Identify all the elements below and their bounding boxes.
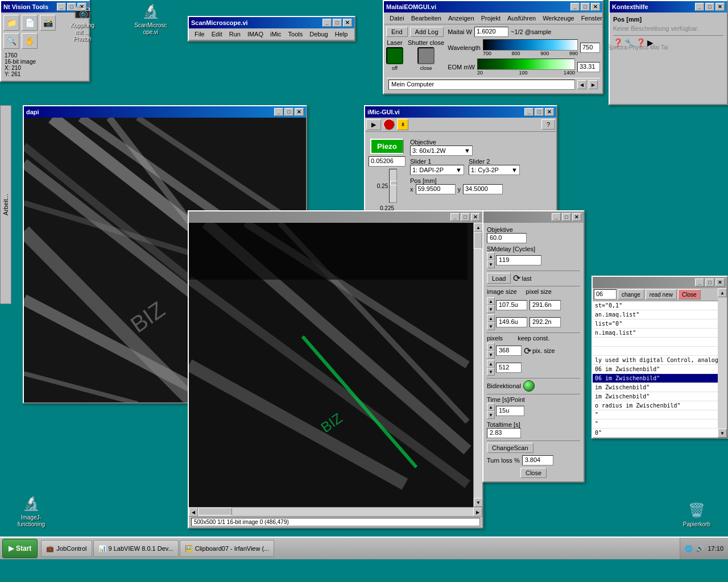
maitai-menu-datei[interactable]: Datei xyxy=(386,14,408,23)
slider1-dropdown[interactable]: 1: DAPI-2P ▼ xyxy=(410,165,464,175)
icon-scanmicro[interactable]: 🔬 ScanMicroscope.vi xyxy=(131,0,171,39)
maitai-menu-bearbeiten[interactable]: Bearbeiten xyxy=(408,14,445,23)
x-input[interactable]: 59.9500 xyxy=(416,184,456,194)
tool-icon-doc[interactable]: 📄 xyxy=(22,15,38,31)
px-w-input[interactable]: 291.6n xyxy=(530,300,561,310)
px2-down[interactable]: ▼ xyxy=(487,368,495,376)
img-h-up[interactable]: ▲ xyxy=(487,314,495,322)
log-scroll-down[interactable]: ▼ xyxy=(718,429,727,438)
log-item-0[interactable]: st="0,1" xyxy=(593,301,727,310)
scroll-right[interactable]: ▶ xyxy=(589,80,598,89)
end-button[interactable]: End xyxy=(386,27,408,37)
imic-maximize[interactable]: □ xyxy=(535,108,544,116)
log-item-8[interactable]: 06 im Zwischenbild" xyxy=(593,374,727,383)
smdelay-input[interactable]: 119 xyxy=(496,255,541,265)
log-input[interactable]: 06 xyxy=(594,289,617,300)
imic-stop-btn[interactable] xyxy=(383,119,395,130)
menu-file[interactable]: File xyxy=(191,30,208,39)
taskbar-clipboard[interactable]: 🖼️ Clipboard07 - IrfanView (... xyxy=(180,540,275,557)
img-h-down[interactable]: ▼ xyxy=(487,322,495,330)
img-w-down[interactable]: ▼ xyxy=(487,305,495,313)
tool-icon-folder[interactable]: 📁 xyxy=(3,15,19,31)
scan-close[interactable]: ✕ xyxy=(471,213,480,221)
kontexthilfe-close[interactable]: ✕ xyxy=(715,3,725,11)
imic-close[interactable]: ✕ xyxy=(545,108,554,116)
maitai-menu-werkzeuge[interactable]: Werkzeuge xyxy=(539,14,577,23)
px-count1-input[interactable]: 368 xyxy=(496,346,522,356)
maitai-menu-anzeigen[interactable]: Anzeigen xyxy=(445,14,478,23)
log-item-4[interactable] xyxy=(593,338,727,347)
piezo-button[interactable]: Piezo xyxy=(370,139,404,154)
scroll-thumb-v[interactable] xyxy=(474,232,482,249)
icon-papierkorb[interactable]: 🗑️ Papierkorb xyxy=(677,499,717,531)
maitai-menu-ausfuehren[interactable]: Ausführen xyxy=(504,14,539,23)
start-button[interactable]: ▶ Start xyxy=(2,539,38,558)
dapi-minimize[interactable]: _ xyxy=(274,108,283,116)
log-item-1[interactable]: an.imaq.list" xyxy=(593,310,727,319)
load-button[interactable]: Load xyxy=(487,273,511,284)
scroll-thumb-h[interactable] xyxy=(198,508,232,516)
objective-dropdown[interactable]: 3: 60x/1.2W ▼ xyxy=(410,146,473,156)
log-item-11[interactable]: o radius im Zwischenbild" xyxy=(593,401,727,410)
log-item-12[interactable]: " xyxy=(593,410,727,419)
icon-kopplung[interactable]: 📷 Kopplung mit ... Photon xyxy=(63,0,102,45)
settings-maximize[interactable]: □ xyxy=(562,213,571,221)
px-count2-input[interactable]: 512 xyxy=(496,363,522,373)
read-new-button[interactable]: read new xyxy=(646,289,677,300)
y-input[interactable]: 34.5000 xyxy=(463,184,503,194)
menu-imic[interactable]: iMic xyxy=(267,30,285,39)
log-item-2[interactable]: list="0" xyxy=(593,319,727,329)
px-h-input[interactable]: 292.2n xyxy=(530,317,561,327)
settings-minimize[interactable]: _ xyxy=(552,213,561,221)
log-close-win[interactable]: ✕ xyxy=(715,278,725,286)
imic-pause-btn[interactable]: ⏸ xyxy=(397,119,408,130)
img-w-input[interactable]: 107.5u xyxy=(496,300,527,310)
taskbar-jobcontrol[interactable]: 💼 JobControl xyxy=(41,540,92,557)
log-item-3[interactable]: n.imaq.list" xyxy=(593,329,727,338)
objektive-input[interactable]: 60.0 xyxy=(487,233,527,243)
z-slider[interactable] xyxy=(389,169,397,203)
dapi-close[interactable]: ✕ xyxy=(295,108,304,116)
menu-edit[interactable]: Edit xyxy=(208,30,226,39)
wavelength-input[interactable]: 750 xyxy=(580,43,600,53)
dapi-maximize[interactable]: □ xyxy=(284,108,293,116)
slider2-dropdown[interactable]: 1: Cy3-2P ▼ xyxy=(469,165,520,175)
time-down[interactable]: ▼ xyxy=(487,411,495,419)
maitai-menu-fenster[interactable]: Fenster xyxy=(578,14,606,23)
log-item-10[interactable]: im Zwischenbild" xyxy=(593,392,727,401)
scan-minimize[interactable]: _ xyxy=(450,213,460,221)
log-scroll-up[interactable]: ▲ xyxy=(718,288,727,297)
menu-debug[interactable]: Debug xyxy=(306,30,331,39)
totaltime-input[interactable]: 2.83 xyxy=(487,428,521,438)
tool-icon-search[interactable]: 🔍 xyxy=(3,33,19,49)
img-w-up[interactable]: ▲ xyxy=(487,297,495,305)
change-button[interactable]: change xyxy=(618,289,644,300)
kontexthilfe-maximize[interactable]: □ xyxy=(705,3,714,11)
close-button[interactable]: Close xyxy=(520,468,547,478)
maitai-close[interactable]: ✕ xyxy=(591,3,600,11)
maitai-menu-projekt[interactable]: Projekt xyxy=(478,14,504,23)
menu-run[interactable]: Run xyxy=(226,30,244,39)
scroll-right-btn2[interactable]: ▶ xyxy=(473,508,482,517)
scanmicro-close[interactable]: ✕ xyxy=(343,19,352,27)
log-item-5[interactable] xyxy=(593,347,727,356)
taskbar-labview[interactable]: 📊 9 LabVIEW 8.0.1 Dev... xyxy=(93,540,179,557)
turn-loss-input[interactable]: 3.804 xyxy=(522,455,553,465)
scroll-left[interactable]: ◀ xyxy=(577,80,586,89)
log-item-13[interactable]: " xyxy=(593,419,727,429)
tool-icon-camera[interactable]: 📸 xyxy=(40,15,56,31)
mein-computer-dropdown[interactable]: Mein Computer xyxy=(388,80,575,90)
eom-mw-input[interactable]: 33.31 xyxy=(577,62,600,72)
z-value-input[interactable]: 0.05206 xyxy=(369,156,406,167)
imic-minimize[interactable]: _ xyxy=(524,108,533,116)
img-h-input[interactable]: 149.6u xyxy=(496,317,527,327)
arbeit-tab[interactable]: Arbeit... xyxy=(0,105,11,304)
maitai-minimize[interactable]: _ xyxy=(570,3,580,11)
imic-arrow-btn[interactable]: ▶ xyxy=(366,119,381,130)
imic-help-btn[interactable]: ? xyxy=(541,119,555,130)
log-maximize[interactable]: □ xyxy=(705,278,714,286)
settings-close-btn[interactable]: ✕ xyxy=(572,213,581,221)
px2-up[interactable]: ▲ xyxy=(487,360,495,368)
add-log-button[interactable]: Add Log xyxy=(410,27,444,37)
menu-imaq[interactable]: IMAQ xyxy=(244,30,267,39)
